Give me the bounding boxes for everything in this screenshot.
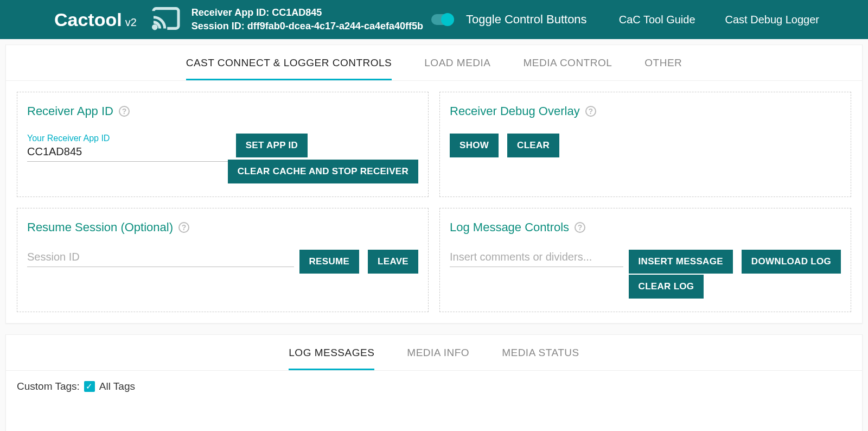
toggle-label: Toggle Control Buttons [466,12,587,27]
all-tags-label: All Tags [99,381,135,392]
clear-log-button[interactable]: CLEAR LOG [629,275,704,299]
tab-load-media[interactable]: LOAD MEDIA [424,57,490,80]
tab-media-info[interactable]: MEDIA INFO [407,347,469,370]
receiver-app-id-input[interactable] [27,144,231,162]
panel-receiver-app-id: Receiver App ID ? Your Receiver App ID S… [17,92,429,197]
app-title: Cactool v2 [54,9,137,30]
svg-point-0 [153,26,156,29]
receiver-app-id-label: Receiver App ID: [192,7,269,18]
main-tabs: CAST CONNECT & LOGGER CONTROLS LOAD MEDI… [6,45,862,81]
custom-tags-row: Custom Tags: ✓ All Tags [6,371,862,402]
clear-cache-button[interactable]: CLEAR CACHE AND STOP RECEIVER [228,160,418,183]
show-overlay-button[interactable]: SHOW [450,134,499,157]
resume-button[interactable]: RESUME [299,250,360,274]
header-links: CaC Tool Guide Cast Debug Logger [619,14,819,26]
session-id-label: Session ID: [192,21,245,31]
tab-cast-connect[interactable]: CAST CONNECT & LOGGER CONTROLS [186,57,392,80]
help-icon[interactable]: ? [575,222,585,233]
panel-title-app-id: Receiver App ID [27,104,113,118]
log-tabs: LOG MESSAGES MEDIA INFO MEDIA STATUS [6,335,862,371]
insert-message-button[interactable]: INSERT MESSAGE [629,250,733,274]
leave-button[interactable]: LEAVE [368,250,418,274]
all-tags-checkbox[interactable]: ✓ [84,381,95,392]
tab-log-messages[interactable]: LOG MESSAGES [289,347,374,370]
field-label-app-id: Your Receiver App ID [27,134,231,143]
panel-resume-session: Resume Session (Optional) ? RESUME LEAVE [17,208,429,312]
custom-tags-label: Custom Tags: [17,381,80,392]
help-icon[interactable]: ? [178,222,189,233]
log-message-input[interactable] [450,250,623,267]
download-log-button[interactable]: DOWNLOAD LOG [742,250,841,274]
session-id-value: dff9fab0-dcea-4c17-a244-ca4efa40ff5b [247,21,423,31]
link-cast-debug-logger[interactable]: Cast Debug Logger [725,14,819,26]
panel-debug-overlay: Receiver Debug Overlay ? SHOW CLEAR [439,92,851,197]
panel-log-controls: Log Message Controls ? INSERT MESSAGE DO… [439,208,851,312]
panel-title-log: Log Message Controls [450,220,569,234]
header-ids: Receiver App ID: CC1AD845 Session ID: df… [192,6,423,33]
app-version: v2 [125,16,137,29]
tab-media-control[interactable]: MEDIA CONTROL [523,57,612,80]
cast-icon[interactable] [150,6,182,33]
app-name: Cactool [54,9,122,30]
link-cac-guide[interactable]: CaC Tool Guide [619,14,695,26]
receiver-app-id-value: CC1AD845 [272,7,322,18]
panel-title-overlay: Receiver Debug Overlay [450,104,580,118]
tab-media-status[interactable]: MEDIA STATUS [502,347,579,370]
log-card: LOG MESSAGES MEDIA INFO MEDIA STATUS Cus… [5,334,863,431]
toggle-control-buttons[interactable] [431,14,454,25]
help-icon[interactable]: ? [119,106,130,117]
help-icon[interactable]: ? [585,106,596,117]
session-id-input[interactable] [27,250,294,267]
panel-title-resume: Resume Session (Optional) [27,220,173,234]
controls-card: CAST CONNECT & LOGGER CONTROLS LOAD MEDI… [5,45,863,324]
tab-other[interactable]: OTHER [644,57,682,80]
app-header: Cactool v2 Receiver App ID: CC1AD845 Ses… [0,0,868,39]
clear-overlay-button[interactable]: CLEAR [507,134,559,157]
set-app-id-button[interactable]: SET APP ID [236,134,308,157]
